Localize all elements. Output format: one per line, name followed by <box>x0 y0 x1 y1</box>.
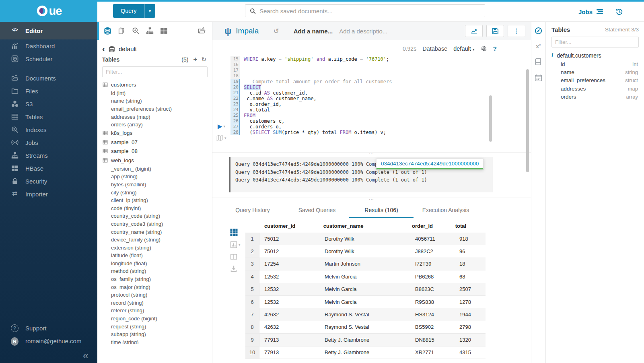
sidebar-item-tables[interactable]: Tables <box>0 110 97 123</box>
documents-folder-icon[interactable] <box>198 27 206 35</box>
column-header-customer-id[interactable]: customer_id <box>264 223 323 229</box>
assist-column[interactable]: subapp (string) <box>103 330 212 338</box>
assist-column[interactable]: device_family (string) <box>103 236 212 244</box>
sidebar-item-files[interactable]: Files <box>0 85 97 97</box>
sidebar-item-importer[interactable]: ⇄Importer <box>0 188 97 200</box>
right-panel-filter-input[interactable] <box>551 37 639 47</box>
assist-column[interactable]: country_name (string) <box>103 228 212 236</box>
help-icon[interactable]: ? <box>493 45 497 52</box>
code-line[interactable]: 16 <box>230 62 392 68</box>
query-dropdown-caret[interactable]: ▾ <box>144 4 155 18</box>
chart-button[interactable] <box>465 25 483 37</box>
assist-column[interactable]: time (string) <box>103 338 212 344</box>
job-id-popover[interactable]: 034d413ec7474ed5:4249de1000000000 <box>376 159 484 169</box>
assist-column[interactable]: latitude (float) <box>103 252 212 260</box>
sidebar-item-jobs[interactable]: Jobs <box>0 136 97 149</box>
refresh-tables-button[interactable]: ↻ <box>201 56 206 62</box>
functions-icon[interactable]: x² <box>536 43 541 50</box>
assist-column[interactable]: country_code3 (string) <box>103 220 212 228</box>
sidebar-item-editor[interactable]: </>Editor <box>0 22 97 39</box>
query-description-field[interactable]: Add a descriptio... <box>339 28 387 35</box>
assist-column[interactable]: email_preferences (struct) <box>103 105 212 113</box>
right-panel-column-name[interactable]: namestring <box>551 68 639 76</box>
assist-column[interactable]: record (string) <box>103 299 212 307</box>
sql-editor[interactable]: 15WHERE a.key = 'shipping' and a.zip_cod… <box>230 56 392 135</box>
sidebar-item-support[interactable]: ? Support <box>0 322 97 334</box>
sidebar-item-indexes[interactable]: Indexes <box>0 123 97 136</box>
settings-gear-icon[interactable] <box>481 45 487 52</box>
assist-column[interactable]: name (string) <box>103 97 212 105</box>
assist-column[interactable]: extension (string) <box>103 243 212 252</box>
editor-assistant-icon[interactable] <box>535 27 542 35</box>
code-line[interactable]: 20SELECT <box>230 85 392 90</box>
right-panel-column-addresses[interactable]: addressesmap <box>551 85 639 93</box>
resize-handle-bottom[interactable]: ••• <box>369 198 374 200</box>
code-line[interactable]: 26 customers c, <box>230 118 392 124</box>
code-line[interactable]: 18 <box>230 73 392 79</box>
column-header-customer-name[interactable]: customer_name <box>323 223 412 229</box>
assist-column[interactable]: os_major (string) <box>103 283 212 291</box>
search-input[interactable] <box>259 8 480 14</box>
minimap-button[interactable]: ▾ <box>216 135 226 141</box>
assist-column[interactable]: app (string) <box>103 173 212 181</box>
streams-source-icon[interactable] <box>146 27 154 35</box>
hbase-source-icon[interactable] <box>160 27 168 35</box>
sql-source-icon[interactable] <box>104 27 111 35</box>
resize-handle-top[interactable]: ••• <box>369 153 374 155</box>
sidebar-item-hbase[interactable]: HBase <box>0 162 97 175</box>
download-results-button[interactable] <box>230 265 237 272</box>
schedule-icon[interactable] <box>535 74 542 82</box>
right-panel-column-orders[interactable]: ordersarray <box>551 93 639 101</box>
sidebar-item-documents[interactable]: Documents <box>0 72 97 85</box>
sidebar-item-dashboard[interactable]: Dashboard <box>0 39 97 52</box>
code-line[interactable]: 28 (SELECT SUM(price * qty) total FROM o… <box>230 130 392 135</box>
sidebar-item-security[interactable]: Security <box>0 175 97 188</box>
sidebar-item-scheduler[interactable]: Scheduler <box>0 52 97 65</box>
assist-column[interactable]: country_code (string) <box>103 212 212 220</box>
save-button[interactable] <box>486 25 504 37</box>
assist-column[interactable]: region_code (bigint) <box>103 315 212 323</box>
code-line[interactable]: 17 <box>230 68 392 73</box>
column-header-total[interactable]: total <box>455 223 486 229</box>
assist-table-web-logs[interactable]: web_logs <box>103 156 212 165</box>
sidebar-item-s3[interactable]: S3 <box>0 97 97 110</box>
query-name-field[interactable]: Add a name... <box>294 28 333 35</box>
hue-logo[interactable]: ue <box>0 0 97 22</box>
assist-column[interactable]: _version_ (bigint) <box>103 165 212 173</box>
right-panel-column-email-preferences[interactable]: email_preferencesstruct <box>551 76 639 85</box>
code-line[interactable]: 27 c.orders o, <box>230 124 392 130</box>
database-selector[interactable]: default ▾ <box>453 45 475 52</box>
main-scrollbar[interactable] <box>526 69 529 172</box>
code-line[interactable]: 23 o.order_id, <box>230 101 392 107</box>
assist-column[interactable]: protocol (string) <box>103 291 212 299</box>
code-line[interactable]: 22 c.name AS customer_name, <box>230 96 392 101</box>
code-line[interactable]: 19-- Compute total amount per order for … <box>230 79 392 85</box>
engine-selector[interactable]: ψ Impala <box>224 27 259 36</box>
assist-column[interactable]: client_ip (string) <box>103 196 212 204</box>
sidebar-item-streams[interactable]: Streams <box>0 149 97 162</box>
run-query-button[interactable]: ▶ ▾ <box>218 123 225 130</box>
right-panel-column-id[interactable]: idint <box>551 60 639 68</box>
sidebar-item-user[interactable]: R romain@gethue.com <box>0 334 97 347</box>
run-options-caret[interactable]: ▾ <box>224 124 226 128</box>
columns-view-button[interactable] <box>230 253 237 260</box>
assist-column[interactable]: longitude (float) <box>103 260 212 268</box>
active-table-row[interactable]: i default.customers <box>551 52 639 59</box>
assist-column[interactable]: city (string) <box>103 188 212 196</box>
collapse-sidebar-button[interactable]: « <box>0 347 97 361</box>
add-table-button[interactable]: + <box>193 56 197 63</box>
tab-execution-analysis[interactable]: Execution Analysis <box>414 204 478 218</box>
assist-column[interactable]: method (string) <box>103 267 212 275</box>
chart-view-button[interactable]: ▾ <box>230 241 241 248</box>
assist-column[interactable]: addresses (map) <box>103 113 212 121</box>
assist-table-customers[interactable]: customers <box>103 80 212 89</box>
session-refresh-icon[interactable]: ↺ <box>273 27 279 35</box>
code-line[interactable]: 25FROM <box>230 113 392 118</box>
more-actions-button[interactable]: ⋮ <box>508 25 525 37</box>
assist-column[interactable]: referer (string) <box>103 307 212 315</box>
tab-query-history[interactable]: Query History <box>220 204 285 218</box>
assist-column[interactable]: request (string) <box>103 322 212 330</box>
tab-results-106-[interactable]: Results (106) <box>349 204 414 218</box>
editor-scrollbar[interactable] <box>489 95 492 142</box>
assist-table-k8s-logs[interactable]: k8s_logs <box>103 128 212 138</box>
